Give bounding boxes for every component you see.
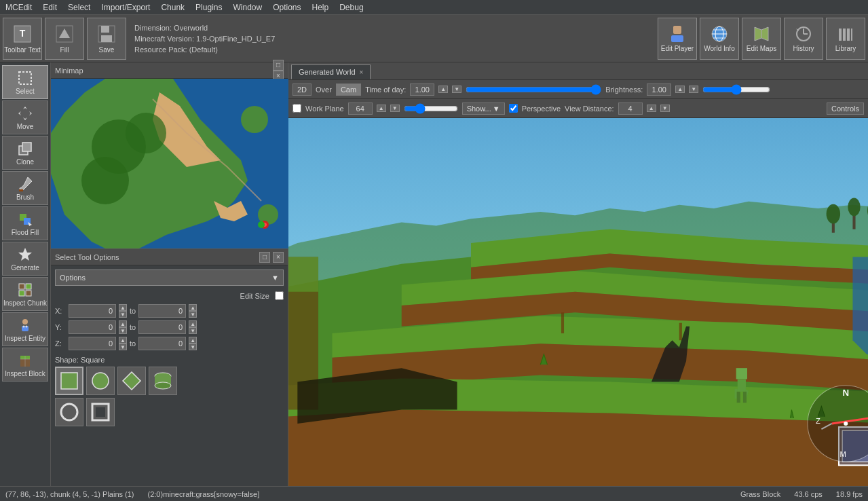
menu-select[interactable]: Select [62, 1, 96, 14]
shape-hollow-box-button[interactable] [86, 398, 115, 426]
svg-rect-29 [26, 284, 31, 289]
svg-point-55 [61, 404, 77, 420]
svg-rect-49 [61, 373, 77, 389]
fill-button[interactable]: Fill [45, 18, 84, 60]
show-button[interactable]: Show... ▼ [462, 103, 505, 115]
y-from-spin: ▲ ▼ [119, 320, 127, 334]
svg-point-62 [827, 204, 840, 224]
options-dropdown[interactable]: Options ▼ [55, 270, 284, 286]
menu-window[interactable]: Window [227, 1, 267, 14]
work-plane-slider[interactable] [404, 104, 458, 113]
inspect-block-tool[interactable]: Inspect Block [2, 348, 48, 382]
x-coord-row: X: ▲ ▼ to ▲ ▼ [55, 304, 284, 318]
z-to-spin: ▲ ▼ [189, 337, 197, 350]
svg-rect-73 [737, 392, 740, 403]
world-view[interactable]: N E Z M [288, 118, 868, 486]
tool-options-close-button[interactable]: × [273, 252, 284, 263]
fps-status: 18.9 fps [836, 490, 863, 498]
shape-diamond-button[interactable] [117, 367, 146, 395]
x-from-down[interactable]: ▼ [119, 311, 127, 318]
svg-rect-28 [19, 284, 24, 289]
select-tool[interactable]: Select [2, 65, 48, 99]
tool-options-title: Select Tool Options [55, 253, 119, 261]
y-to-input[interactable] [138, 320, 186, 334]
z-to-up[interactable]: ▲ [189, 337, 197, 344]
y-to-down[interactable]: ▼ [189, 327, 197, 334]
z-to-input[interactable] [138, 337, 186, 350]
y-from-up[interactable]: ▲ [119, 320, 127, 327]
work-plane-up[interactable]: ▲ [377, 105, 386, 112]
svg-rect-20 [843, 29, 846, 41]
cam-button[interactable]: Cam [336, 84, 361, 96]
library-button[interactable]: Library [826, 18, 865, 60]
view-distance-up[interactable]: ▲ [647, 105, 656, 112]
menu-edit[interactable]: Edit [37, 1, 62, 14]
edit-maps-button[interactable]: Edit Maps [742, 18, 781, 60]
z-from-down[interactable]: ▼ [119, 344, 127, 350]
minimap-restore-button[interactable]: □ [273, 60, 284, 71]
brightness-up[interactable]: ▲ [675, 86, 685, 93]
shape-hollow-sphere-button[interactable] [55, 398, 83, 426]
tool-options-restore-button[interactable]: □ [259, 252, 270, 263]
clone-tool[interactable]: Clone [2, 136, 48, 170]
svg-rect-7 [671, 35, 683, 42]
tool-options-content: Options ▼ Edit Size X: ▲ ▼ to [51, 265, 288, 430]
world-info-button[interactable]: World Info [700, 18, 739, 60]
x-from-up[interactable]: ▲ [119, 304, 127, 311]
inspect-entity-tool[interactable]: Inspect Entity [2, 312, 48, 346]
y-to-up[interactable]: ▲ [189, 320, 197, 327]
x-from-input[interactable] [69, 304, 116, 318]
x-to-up[interactable]: ▲ [189, 304, 197, 311]
view-distance-input[interactable] [618, 103, 643, 115]
generated-world-tab[interactable]: Generated World × [291, 64, 371, 79]
menu-debug[interactable]: Debug [334, 1, 369, 14]
2d-button[interactable]: 2D [293, 84, 312, 96]
shape-cylinder-button[interactable] [149, 367, 177, 395]
brightness-input[interactable] [647, 84, 671, 96]
z-from-up[interactable]: ▲ [119, 337, 127, 344]
perspective-checkbox[interactable] [509, 104, 518, 113]
x-to-down[interactable]: ▼ [189, 311, 197, 318]
menu-plugins[interactable]: Plugins [190, 1, 227, 14]
work-plane-down[interactable]: ▼ [390, 105, 400, 112]
generate-tool[interactable]: Generate [2, 242, 48, 276]
y-from-down[interactable]: ▼ [119, 327, 127, 334]
over-label: Over [316, 86, 332, 94]
menu-chunk[interactable]: Chunk [155, 1, 190, 14]
brush-tool[interactable]: Brush [2, 171, 48, 205]
time-slider[interactable] [466, 85, 601, 94]
y-from-input[interactable] [69, 320, 116, 334]
edit-size-checkbox[interactable] [275, 291, 284, 300]
z-from-input[interactable] [69, 337, 116, 350]
toolbar-text-button[interactable]: T Toolbar Text [3, 18, 42, 60]
world-view-container: Generated World × 2D Over Cam Time of da… [288, 62, 868, 486]
time-down[interactable]: ▼ [452, 86, 461, 93]
save-button[interactable]: Save [87, 18, 126, 60]
controls-button[interactable]: Controls [827, 103, 864, 115]
edit-player-button[interactable]: Edit Player [658, 18, 697, 60]
z-to-down[interactable]: ▼ [189, 344, 197, 350]
x-to-input[interactable] [138, 304, 186, 318]
time-label: Time of day: [365, 86, 406, 94]
time-input[interactable] [410, 84, 434, 96]
brightness-down[interactable]: ▼ [689, 86, 698, 93]
menu-importexport[interactable]: Import/Export [96, 1, 155, 14]
menu-options[interactable]: Options [267, 1, 306, 14]
brightness-slider[interactable] [702, 85, 770, 94]
svg-point-42 [126, 113, 166, 153]
inspect-chunk-tool[interactable]: Inspect Chunk [2, 277, 48, 311]
work-plane-checkbox[interactable] [293, 104, 301, 113]
history-button[interactable]: History [784, 18, 823, 60]
menu-help[interactable]: Help [307, 1, 335, 14]
view-distance-down[interactable]: ▼ [660, 105, 670, 112]
svg-rect-4 [101, 26, 109, 33]
shape-square-button[interactable] [55, 367, 83, 395]
move-tool[interactable]: Move [2, 100, 48, 134]
menu-mcedit[interactable]: MCEdit [0, 1, 37, 14]
flood-fill-tool[interactable]: Flood Fill [2, 206, 48, 240]
work-plane-input[interactable] [348, 103, 373, 115]
shape-circle-button[interactable] [86, 367, 115, 395]
tab-close-button[interactable]: × [360, 69, 364, 76]
block-name-status: Grass Block [740, 490, 780, 498]
time-up[interactable]: ▲ [438, 86, 448, 93]
